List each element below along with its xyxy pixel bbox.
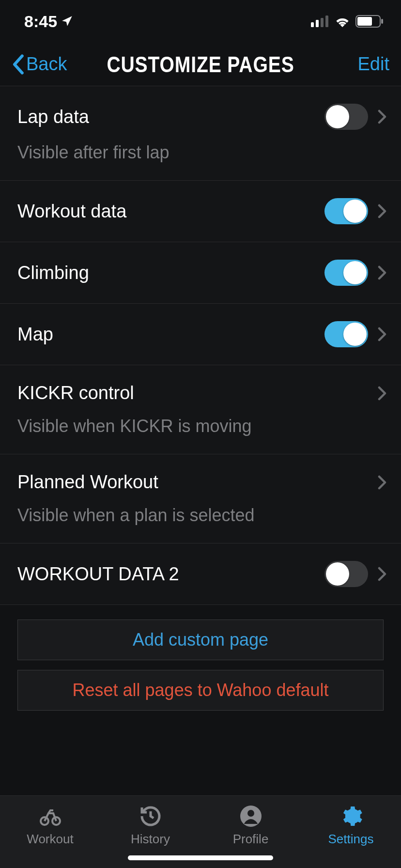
chevron-right-icon	[378, 567, 386, 581]
svg-rect-3	[325, 16, 328, 27]
battery-icon	[355, 15, 384, 28]
row-lap-data[interactable]: Lap data Visible after first lap	[0, 86, 401, 181]
row-label: Map	[17, 324, 324, 345]
status-time: 8:45	[24, 12, 57, 31]
toggle-workout-data[interactable]	[324, 198, 368, 224]
history-icon	[139, 805, 162, 828]
profile-icon	[239, 805, 262, 828]
chevron-right-icon	[378, 204, 386, 218]
svg-rect-1	[316, 20, 319, 27]
row-workout-data[interactable]: Workout data	[0, 181, 401, 242]
bike-icon	[39, 805, 62, 828]
row-label: Planned Workout	[17, 472, 368, 493]
chevron-right-icon	[378, 386, 386, 401]
status-time-group: 8:45	[24, 12, 74, 31]
reset-pages-button[interactable]: Reset all pages to Wahoo default	[17, 670, 384, 711]
tab-profile[interactable]: Profile	[200, 805, 301, 856]
add-custom-page-button[interactable]: Add custom page	[17, 620, 384, 660]
tab-history[interactable]: History	[100, 805, 200, 856]
wifi-icon	[334, 16, 351, 27]
svg-rect-2	[321, 18, 324, 27]
edit-button[interactable]: Edit	[358, 54, 389, 75]
tab-settings[interactable]: Settings	[301, 805, 401, 856]
back-button[interactable]: Back	[12, 54, 67, 75]
tab-label: History	[131, 832, 170, 847]
chevron-right-icon	[378, 327, 386, 341]
chevron-left-icon	[12, 54, 24, 75]
home-indicator	[128, 855, 273, 860]
row-climbing[interactable]: Climbing	[0, 242, 401, 304]
row-kickr-control[interactable]: KICKR control Visible when KICKR is movi…	[0, 365, 401, 454]
toggle-workout-data-2[interactable]	[324, 561, 368, 587]
toggle-climbing[interactable]	[324, 260, 368, 286]
row-label: KICKR control	[17, 383, 368, 403]
toggle-lap-data[interactable]	[324, 104, 368, 130]
row-map[interactable]: Map	[0, 304, 401, 365]
nav-header: Back CUSTOMIZE PAGES Edit	[0, 43, 401, 86]
svg-rect-5	[381, 19, 383, 24]
status-indicators	[311, 15, 384, 28]
chevron-right-icon	[378, 109, 386, 124]
row-label: WORKOUT DATA 2	[17, 564, 324, 585]
svg-rect-0	[311, 22, 314, 27]
tab-label: Workout	[27, 832, 73, 847]
row-label: Workout data	[17, 201, 324, 222]
gear-icon	[339, 805, 363, 828]
svg-point-10	[247, 810, 254, 817]
svg-rect-6	[357, 17, 372, 26]
row-workout-data-2[interactable]: WORKOUT DATA 2	[0, 543, 401, 605]
chevron-right-icon	[378, 475, 386, 490]
row-planned-workout[interactable]: Planned Workout Visible when a plan is s…	[0, 454, 401, 543]
location-icon	[61, 15, 74, 28]
row-subtitle: Visible when KICKR is moving	[17, 416, 386, 436]
tab-label: Profile	[233, 832, 269, 847]
pages-list: Lap data Visible after first lap Workout…	[0, 86, 401, 795]
back-label: Back	[26, 54, 67, 75]
cellular-icon	[311, 16, 329, 27]
row-subtitle: Visible after first lap	[17, 142, 386, 163]
action-group: Add custom page Reset all pages to Wahoo…	[0, 605, 401, 730]
page-title: CUSTOMIZE PAGES	[30, 51, 371, 78]
toggle-map[interactable]	[324, 321, 368, 347]
row-label: Lap data	[17, 107, 324, 127]
chevron-right-icon	[378, 265, 386, 280]
tab-workout[interactable]: Workout	[0, 805, 100, 856]
row-subtitle: Visible when a plan is selected	[17, 505, 386, 526]
row-label: Climbing	[17, 263, 324, 283]
status-bar: 8:45	[0, 0, 401, 43]
tab-label: Settings	[328, 832, 374, 847]
